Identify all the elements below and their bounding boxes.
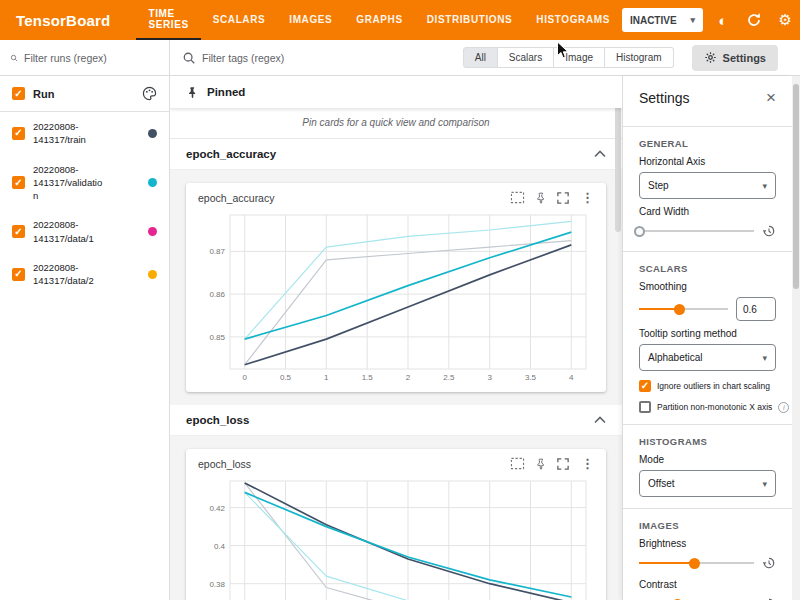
more-options-icon[interactable]: ⋮ <box>579 456 596 471</box>
svg-text:2: 2 <box>406 373 411 382</box>
tab-histograms[interactable]: HISTOGRAMS <box>524 0 622 40</box>
tab-scalars[interactable]: SCALARS <box>201 0 278 40</box>
tensorboard-app: TensorBoard TIME SERIES SCALARS IMAGES G… <box>0 0 800 600</box>
check-glyph: ✓ <box>14 269 22 279</box>
card-zone: epoch_loss <box>170 436 622 600</box>
collapse-chevron-icon[interactable] <box>594 416 606 424</box>
contrast-label: Contrast <box>639 579 776 590</box>
images-section-heading: IMAGES <box>639 520 776 531</box>
filter-histogram-button[interactable]: Histogram <box>605 47 674 68</box>
run-color-dot[interactable] <box>148 129 157 138</box>
brightness-slider[interactable] <box>639 554 754 572</box>
runs-filter-cell <box>0 40 170 75</box>
tab-graphs[interactable]: GRAPHS <box>344 0 414 40</box>
reload-status-dropdown[interactable]: INACTIVE ▾ <box>622 8 703 32</box>
partition-x-axis-checkbox[interactable]: ✓ <box>639 401 651 413</box>
svg-text:1.5: 1.5 <box>362 373 374 382</box>
card-width-label: Card Width <box>639 206 776 217</box>
pin-icon[interactable] <box>535 192 547 204</box>
run-color-dot[interactable] <box>148 227 157 236</box>
ignore-outliers-checkbox[interactable]: ✓ <box>639 380 651 392</box>
run-checkbox[interactable]: ✓ <box>12 176 25 189</box>
svg-text:0.87: 0.87 <box>209 247 225 256</box>
status-value: INACTIVE <box>630 15 677 26</box>
slider-fill <box>639 308 679 310</box>
page-scrollbar[interactable] <box>792 76 800 600</box>
settings-gear-icon[interactable]: ⚙ <box>774 9 796 31</box>
epoch-accuracy-chart[interactable]: .tk{font:8px "Liberation Sans",sans-seri… <box>194 209 598 387</box>
run-list-item[interactable]: ✓ 20220808-141317/data/1 <box>0 210 169 253</box>
histogram-mode-label: Mode <box>639 454 776 465</box>
fit-to-data-icon[interactable] <box>510 191 525 204</box>
info-icon[interactable]: i <box>778 402 789 413</box>
fullscreen-icon[interactable] <box>557 458 569 470</box>
gear-icon <box>704 51 717 64</box>
run-list-item[interactable]: ✓ 20220808-141317/train <box>0 112 169 155</box>
section-epoch-loss: epoch_loss epoch_loss <box>170 405 622 600</box>
settings-panel-title: Settings <box>639 90 690 106</box>
refresh-icon[interactable] <box>743 9 765 31</box>
run-checkbox[interactable]: ✓ <box>12 225 25 238</box>
run-color-dot[interactable] <box>148 178 157 187</box>
run-list-item[interactable]: ✓ 20220808-141317/data/2 <box>0 253 169 296</box>
tab-images[interactable]: IMAGES <box>277 0 344 40</box>
card-width-slider[interactable] <box>639 222 754 240</box>
tab-time-series[interactable]: TIME SERIES <box>136 0 200 40</box>
pinned-section-header[interactable]: Pinned <box>170 76 622 108</box>
pin-icon[interactable] <box>535 458 547 470</box>
section-header[interactable]: epoch_accuracy <box>170 139 622 170</box>
tooltip-sorting-select[interactable]: Alphabetical ▾ <box>639 344 776 371</box>
check-glyph: ✓ <box>14 227 22 237</box>
partition-x-axis-row[interactable]: ✓ Partition non-monotonic X axis i <box>639 401 776 413</box>
select-all-runs-checkbox[interactable]: ✓ <box>12 87 25 100</box>
slider-thumb[interactable] <box>689 558 700 569</box>
theme-toggle-icon[interactable]: ◐ <box>712 9 734 31</box>
run-list-item[interactable]: ✓ 20220808-141317/validation <box>0 155 169 211</box>
brightness-label: Brightness <box>639 538 776 549</box>
scalar-card-epoch-loss: epoch_loss <box>186 449 606 600</box>
filter-scalars-button[interactable]: Scalars <box>498 47 554 68</box>
tab-distributions[interactable]: DISTRIBUTIONS <box>415 0 525 40</box>
collapse-chevron-icon[interactable] <box>594 150 606 158</box>
filter-image-button[interactable]: Image <box>554 47 605 68</box>
close-icon[interactable]: × <box>766 89 776 106</box>
ignore-outliers-label: Ignore outliers in chart scaling <box>657 381 770 391</box>
epoch-loss-chart[interactable]: .tk{font:8px "Liberation Sans",sans-seri… <box>194 475 598 600</box>
svg-text:3: 3 <box>487 373 492 382</box>
run-name: 20220808-141317/train <box>33 120 107 147</box>
divider <box>623 126 792 127</box>
reset-icon[interactable] <box>762 556 776 570</box>
tags-filter-cell: All Scalars Image Histogram Settings <box>170 40 800 75</box>
chevron-down-icon: ▾ <box>691 15 696 25</box>
divider <box>623 424 792 425</box>
svg-text:0.5: 0.5 <box>280 373 292 382</box>
scrollbar-thumb[interactable] <box>793 84 799 289</box>
filter-runs-input[interactable] <box>24 52 159 64</box>
main-scrollbar[interactable] <box>614 76 622 600</box>
palette-icon[interactable] <box>142 86 157 101</box>
settings-button[interactable]: Settings <box>692 45 778 71</box>
smoothing-label: Smoothing <box>639 281 776 292</box>
slider-thumb[interactable] <box>634 226 645 237</box>
section-title: epoch_loss <box>186 414 249 426</box>
slider-track <box>639 230 754 232</box>
card-toolbar: ⋮ <box>510 190 596 205</box>
run-color-dot[interactable] <box>148 270 157 279</box>
smoothing-value-input[interactable]: 0.6 <box>736 297 776 321</box>
smoothing-slider[interactable] <box>639 300 728 318</box>
filter-tags-input[interactable] <box>202 52 352 64</box>
ignore-outliers-row[interactable]: ✓ Ignore outliers in chart scaling <box>639 380 776 392</box>
contrast-slider[interactable] <box>639 595 754 600</box>
run-checkbox[interactable]: ✓ <box>12 127 25 140</box>
run-checkbox[interactable]: ✓ <box>12 268 25 281</box>
reset-icon[interactable] <box>762 224 776 238</box>
filter-all-button[interactable]: All <box>463 47 498 68</box>
tooltip-sorting-value: Alphabetical <box>648 352 702 363</box>
fullscreen-icon[interactable] <box>557 192 569 204</box>
fit-to-data-icon[interactable] <box>510 457 525 470</box>
more-options-icon[interactable]: ⋮ <box>579 190 596 205</box>
horizontal-axis-select[interactable]: Step ▾ <box>639 172 776 199</box>
histogram-mode-select[interactable]: Offset ▾ <box>639 470 776 497</box>
section-header[interactable]: epoch_loss <box>170 405 622 436</box>
slider-thumb[interactable] <box>674 304 685 315</box>
